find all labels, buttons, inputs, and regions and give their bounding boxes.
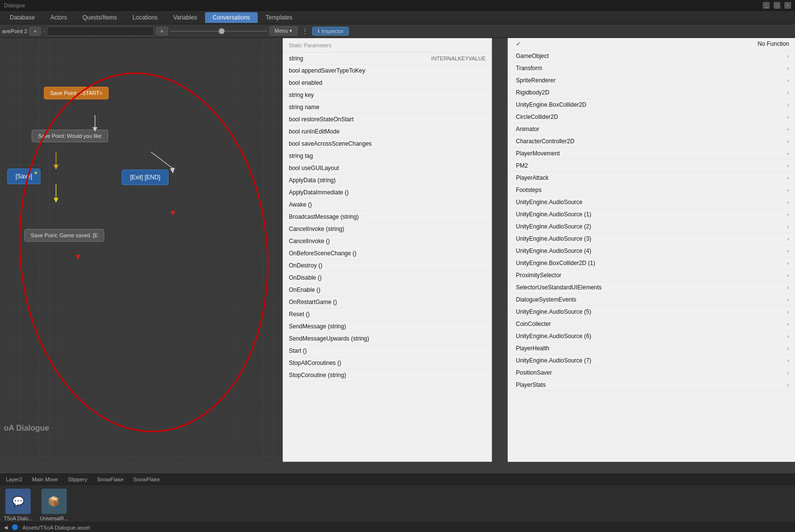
right-panel-proximityselector[interactable]: ProximitySelector ›	[508, 269, 795, 282]
inspector-button[interactable]: ℹ Inspector	[312, 27, 349, 36]
chevron-right-icon: ›	[787, 199, 789, 205]
right-panel-playermovement[interactable]: PlayerMovement ›	[508, 148, 795, 160]
right-panel-coincollecter[interactable]: CoinCollecter ›	[508, 318, 795, 330]
right-panel-audiosource1[interactable]: UnityEngine.AudioSource (1) ›	[508, 209, 795, 221]
right-panel-audiosource[interactable]: UnityEngine.AudioSource ›	[508, 196, 795, 209]
static-param-enabled[interactable]: bool enabled	[283, 77, 492, 89]
menu-button[interactable]: Menu ▾	[269, 26, 298, 36]
dropdown-panel[interactable]: Static Parameters string INTERNALKEYVALU…	[283, 38, 492, 462]
static-param-onRestartGame[interactable]: OnRestartGame ()	[283, 296, 492, 308]
static-param-onDisable[interactable]: OnDisable ()	[283, 272, 492, 284]
node-question[interactable]: Save Point: Would you like	[32, 130, 108, 142]
right-panel-spriterenderer[interactable]: SpriteRenderer ›	[508, 75, 795, 87]
chevron-right-icon: ›	[787, 370, 789, 376]
minimize-btn[interactable]: ⎯	[763, 2, 770, 9]
right-panel-pm2[interactable]: PM2 ›	[508, 160, 795, 172]
bottom-tab-snowflake2[interactable]: SnowFlake	[132, 475, 162, 483]
static-param-applyData[interactable]: ApplyData (string)	[283, 174, 492, 187]
static-param-stopAllCoroutines[interactable]: StopAllCoroutines ()	[283, 357, 492, 369]
more-options-button[interactable]: ⋮	[300, 27, 310, 35]
asset-universalr[interactable]: 📦 UniversalR...	[40, 489, 68, 521]
right-panel-rigidbody2d[interactable]: Rigidbody2D ›	[508, 87, 795, 99]
right-panel-footsteps[interactable]: Footsteps ›	[508, 184, 795, 196]
static-param-sendMessageUpwards[interactable]: SendMessageUpwards (string)	[283, 333, 492, 345]
chevron-right-icon: ›	[787, 272, 789, 278]
bottom-tab-main-mixer[interactable]: Main Mixer	[30, 475, 60, 483]
bottom-tab-snowflake1[interactable]: SnowFlake	[95, 475, 125, 483]
right-panel-boxcollider2d[interactable]: UnityEngine.BoxCollider2D ›	[508, 99, 795, 111]
close-btn[interactable]: ×	[784, 2, 791, 9]
right-panel-audiosource7[interactable]: UnityEngine.AudioSource (7) ›	[508, 355, 795, 367]
right-panel-playerstats[interactable]: PlayerStats ›	[508, 379, 795, 391]
node-end[interactable]: Save Point: Game saved. [E	[24, 229, 104, 242]
search-input[interactable]	[47, 26, 154, 36]
static-param-sendMessage[interactable]: SendMessage (string)	[283, 321, 492, 333]
tab-database[interactable]: Database	[2, 12, 42, 23]
right-panel-gameobject[interactable]: GameObject ›	[508, 50, 795, 62]
static-param-runInEditMode[interactable]: bool runInEditMode	[283, 126, 492, 138]
right-panel-proximityselector-label: ProximitySelector	[516, 272, 561, 279]
bottom-tab-layer2[interactable]: Layer2	[4, 475, 24, 483]
right-panel-playerhealth[interactable]: PlayerHealth ›	[508, 342, 795, 355]
tab-templates[interactable]: Templates	[258, 12, 300, 23]
no-function-label: No Function	[757, 40, 789, 47]
static-param-stopCoroutine[interactable]: StopCoroutine (string)	[283, 369, 492, 381]
tab-locations[interactable]: Locations	[125, 12, 165, 23]
right-panel-transform[interactable]: Transform ›	[508, 62, 795, 75]
node-save[interactable]: [Save] ★	[7, 169, 40, 184]
right-panel-audiosource3[interactable]: UnityEngine.AudioSource (3) ›	[508, 233, 795, 245]
no-function-item[interactable]: ✓ No Function	[508, 38, 795, 50]
static-param-restoreStateOnStart[interactable]: bool restoreStateOnStart	[283, 114, 492, 126]
right-panel-audiosource6[interactable]: UnityEngine.AudioSource (6) ›	[508, 330, 795, 342]
static-param-cancelInvokeStr[interactable]: CancelInvoke (string)	[283, 223, 492, 235]
right-panel-circlecollider2d-label: CircleCollider2D	[516, 114, 558, 120]
tab-quests[interactable]: Quests/Items	[75, 12, 125, 23]
right-panel-selectorusestandarduielements[interactable]: SelectorUseStandardUIElements ›	[508, 282, 795, 294]
chevron-right-icon: ›	[787, 138, 789, 144]
right-panel-dialoguesystemevents[interactable]: DialogueSystemEvents ›	[508, 294, 795, 306]
right-panel[interactable]: ✓ No Function GameObject › Transform › S…	[508, 38, 795, 462]
right-panel-audiosource2[interactable]: UnityEngine.AudioSource (2) ›	[508, 221, 795, 233]
right-panel-circlecollider2d[interactable]: CircleCollider2D ›	[508, 111, 795, 123]
right-panel-audiosource7-label: UnityEngine.AudioSource (7)	[516, 357, 591, 364]
right-panel-positionsaver[interactable]: PositionSaver ›	[508, 367, 795, 379]
right-panel-animator[interactable]: Animator ›	[508, 123, 795, 135]
static-param-key[interactable]: string key	[283, 89, 492, 101]
static-param-applyDataImmediate[interactable]: ApplyDataImmediate ()	[283, 187, 492, 199]
static-param-name[interactable]: string name	[283, 101, 492, 114]
status-arrow-left[interactable]: ◀	[4, 525, 8, 530]
right-panel-boxcollider2d1[interactable]: UnityEngine.BoxCollider2D (1) ›	[508, 257, 795, 269]
right-panel-playerattack[interactable]: PlayerAttack ›	[508, 172, 795, 184]
chevron-right-icon: ›	[787, 102, 789, 108]
tab-variables[interactable]: Variables	[165, 12, 205, 23]
top-bar: Database Actors Quests/Items Locations V…	[0, 11, 795, 24]
tab-actors[interactable]: Actors	[42, 12, 75, 23]
static-param-tag[interactable]: string tag	[283, 150, 492, 162]
canvas-area[interactable]: Save Point: <START> Save Point: Would yo…	[0, 38, 283, 462]
node-start[interactable]: Save Point: <START>	[44, 87, 109, 99]
static-param-onBeforeSceneChange[interactable]: OnBeforeSceneChange ()	[283, 247, 492, 260]
maximize-btn[interactable]: □	[774, 2, 780, 9]
static-param-useGUILayout[interactable]: bool useGUILayout	[283, 162, 492, 174]
static-param-awake[interactable]: Awake ()	[283, 199, 492, 211]
tab-conversations[interactable]: Conversations	[205, 12, 258, 23]
bottom-tab-slippery[interactable]: Slippery	[66, 475, 89, 483]
right-panel-audiosource4[interactable]: UnityEngine.AudioSource (4) ›	[508, 245, 795, 257]
close-button[interactable]: ×	[156, 27, 168, 36]
static-param-reset[interactable]: Reset ()	[283, 308, 492, 321]
static-param-appendSaverTypeToKey[interactable]: bool appendSaverTypeToKey	[283, 65, 492, 77]
asset-tsoa-dialogue[interactable]: 💬 TSoA Dialo...	[4, 489, 32, 521]
static-param-onDestroy[interactable]: OnDestroy ()	[283, 260, 492, 272]
static-param-start[interactable]: Start ()	[283, 345, 492, 357]
right-panel-audiosource5[interactable]: UnityEngine.AudioSource (5) ›	[508, 306, 795, 318]
static-param-cancelInvoke[interactable]: CancelInvoke ()	[283, 235, 492, 247]
zoom-slider[interactable]	[170, 31, 267, 32]
static-param-saveAcrossSceneChanges[interactable]: bool saveAcrossSceneChanges	[283, 138, 492, 150]
static-param-broadcastMessage[interactable]: BroadcastMessage (string)	[283, 211, 492, 223]
add-button[interactable]: +	[29, 27, 41, 36]
static-param-string[interactable]: string INTERNALKEYVALUE	[283, 53, 492, 65]
right-panel-charactercontroller2d[interactable]: CharacterController2D ›	[508, 135, 795, 148]
node-exit[interactable]: [Exit] [END]	[122, 170, 169, 185]
static-params-header: Static Parameters	[283, 38, 492, 53]
static-param-onEnable[interactable]: OnEnable ()	[283, 284, 492, 296]
